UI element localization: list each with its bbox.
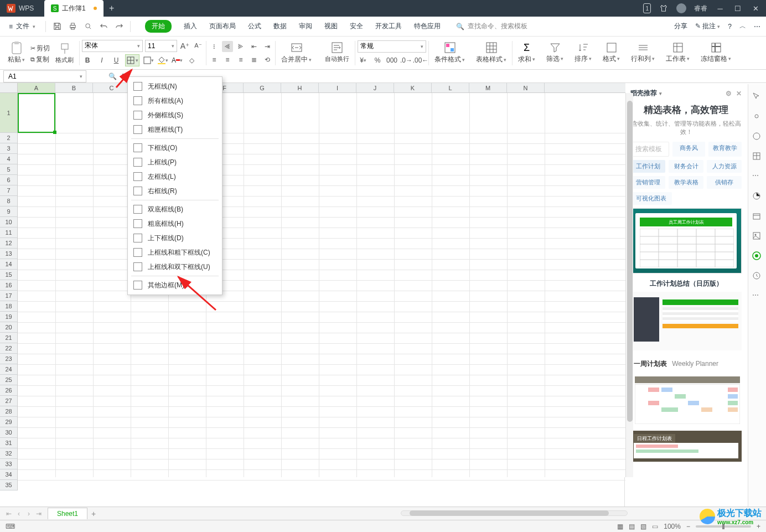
user-avatar[interactable] [676, 3, 686, 13]
rail-history-icon[interactable] [752, 271, 762, 281]
italic-icon[interactable]: I [96, 55, 107, 66]
template-search-input[interactable]: 搜索模板 [630, 142, 669, 157]
rail-table-icon[interactable] [752, 152, 762, 162]
table-style-label[interactable]: 表格样式 [476, 55, 503, 64]
row-header[interactable]: 12 [0, 238, 17, 249]
justify-icon[interactable]: ≣ [249, 54, 260, 65]
wrap-icon[interactable] [331, 42, 343, 54]
horizontal-scrollbar[interactable] [401, 510, 628, 517]
border-menu-item[interactable]: 双底框线(B) [128, 202, 222, 216]
tag-education[interactable]: 教育教学 [708, 142, 742, 157]
rail-image-icon[interactable] [752, 231, 762, 241]
template-card-3[interactable]: 一周计划表 Weekly Planner [630, 356, 742, 425]
filter-icon[interactable] [550, 42, 561, 53]
row-header[interactable]: 1 [0, 93, 17, 133]
rail-link-icon[interactable] [752, 112, 762, 122]
row-header[interactable]: 6 [0, 175, 17, 185]
format-label[interactable]: 格式 [603, 54, 616, 64]
align-left-icon[interactable]: ≡ [209, 54, 220, 65]
sort-label[interactable]: 排序 [574, 54, 588, 64]
border-menu-item[interactable]: 粗底框线(H) [128, 216, 222, 231]
zoom-icon[interactable]: 🔍 [108, 73, 117, 80]
row-header[interactable]: 10 [0, 217, 17, 228]
rail-style-icon[interactable] [752, 132, 762, 142]
merge-label[interactable]: 合并居中 [281, 55, 308, 64]
indent-increase-icon[interactable]: ⇥ [262, 41, 273, 52]
tag-charts[interactable]: 可视化图表 [630, 192, 672, 205]
decimal-inc-icon[interactable]: .0→ [401, 55, 412, 66]
zoom-out-icon[interactable]: − [686, 523, 690, 530]
select-all-corner[interactable] [0, 83, 18, 93]
command-search[interactable]: 🔍 查找命令、搜索模板 [456, 22, 527, 31]
cond-format-icon[interactable] [444, 42, 456, 54]
table-style-icon[interactable] [485, 42, 498, 54]
column-header[interactable]: I [319, 83, 356, 92]
maximize-button[interactable]: ☐ [733, 3, 743, 13]
paste-label[interactable]: 粘贴 [8, 55, 21, 64]
number-format-select[interactable]: 常规▾ [358, 40, 426, 53]
fx-icon[interactable]: fx [121, 73, 126, 80]
rowcol-icon[interactable] [638, 42, 649, 53]
tab-start[interactable]: 开始 [145, 20, 172, 33]
sheet-first-icon[interactable]: ⇤ [4, 510, 13, 518]
tab-developer[interactable]: 开发工具 [375, 22, 402, 31]
border-button[interactable]: ▾ [125, 54, 139, 66]
row-header[interactable]: 19 [0, 312, 17, 322]
tab-review[interactable]: 审阅 [299, 22, 312, 31]
cell-grid[interactable] [18, 93, 625, 477]
align-center-icon[interactable]: ≡ [222, 54, 233, 65]
decrease-font-icon[interactable]: A⁻ [193, 40, 204, 51]
print-icon[interactable] [68, 22, 77, 31]
panel-close-icon[interactable]: ✕ [736, 90, 742, 97]
border-menu-item[interactable]: 上框线(P) [128, 155, 222, 169]
vertical-scrollbar[interactable] [625, 93, 633, 477]
tab-insert[interactable]: 插入 [184, 22, 197, 31]
format-painter-label[interactable]: 格式刷 [55, 56, 74, 64]
sheet-tab-1[interactable]: Sheet1 [48, 508, 87, 519]
row-header[interactable]: 26 [0, 385, 17, 396]
wrap-label[interactable]: 自动换行 [325, 55, 349, 63]
close-button[interactable]: ✕ [751, 3, 760, 13]
column-header[interactable]: J [356, 83, 394, 92]
collapse-ribbon-icon[interactable]: ︿ [739, 22, 746, 31]
border-menu-item[interactable]: 上下框线(D) [128, 231, 222, 245]
copy-button[interactable]: ⧉ 复制 [30, 55, 50, 64]
zoom-value[interactable]: 100% [664, 523, 681, 530]
font-family-select[interactable]: 宋体▾ [82, 40, 143, 52]
underline-icon[interactable]: U [111, 55, 122, 66]
tab-special[interactable]: 特色应用 [414, 22, 441, 31]
row-header[interactable]: 17 [0, 291, 17, 301]
rail-chart-icon[interactable] [752, 192, 762, 202]
align-right-icon[interactable]: ≡ [235, 54, 246, 65]
clear-format-icon[interactable]: ◇ [186, 55, 197, 66]
row-header[interactable]: 4 [0, 154, 17, 164]
align-top-icon[interactable]: ⫶ [209, 41, 220, 52]
rail-more-icon[interactable]: ⋯ [752, 291, 762, 301]
row-header[interactable]: 5 [0, 164, 17, 175]
row-header[interactable]: 21 [0, 333, 17, 343]
worksheet-label[interactable]: 工作表 [666, 54, 686, 64]
sum-icon[interactable]: Σ [524, 42, 530, 54]
sum-label[interactable]: 求和 [518, 55, 531, 64]
sort-icon[interactable] [578, 42, 589, 53]
row-header[interactable]: 30 [0, 427, 17, 438]
comment-button[interactable]: ✎ 批注 ▾ [695, 22, 721, 31]
name-box[interactable]: A1 [3, 70, 86, 82]
row-header[interactable]: 25 [0, 375, 17, 385]
increase-font-icon[interactable]: A⁺ [179, 40, 190, 51]
row-header[interactable]: 31 [0, 438, 17, 448]
undo-icon[interactable] [99, 22, 108, 31]
row-header[interactable]: 22 [0, 343, 17, 354]
tag-supply[interactable]: 供销存 [707, 176, 742, 189]
rail-ellipsis-icon[interactable]: ⋯ [752, 172, 762, 182]
tab-view[interactable]: 视图 [324, 22, 338, 31]
tag-business[interactable]: 商务风 [672, 142, 706, 157]
row-header[interactable]: 2 [0, 133, 17, 143]
tag-hr[interactable]: 人力资源 [707, 160, 742, 173]
merge-icon[interactable] [291, 42, 303, 54]
sheet-prev-icon[interactable]: ‹ [14, 510, 23, 518]
row-header[interactable]: 3 [0, 143, 17, 154]
template-card-1[interactable]: 员工周工作计划表 [630, 208, 742, 273]
column-header[interactable]: A [18, 83, 55, 92]
row-header[interactable]: 24 [0, 364, 17, 375]
